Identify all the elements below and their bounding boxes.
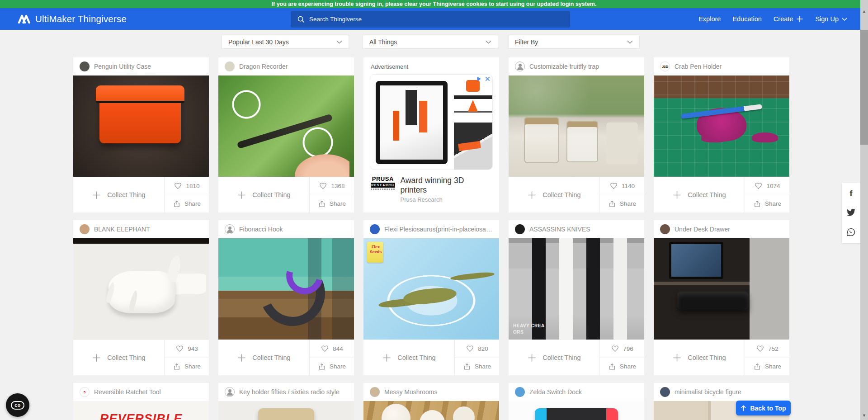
avatar[interactable]: [370, 387, 380, 397]
scrollbar[interactable]: ▲ ▼: [860, 0, 868, 420]
avatar[interactable]: [225, 61, 235, 71]
share-label: Share: [330, 200, 346, 207]
thing-title[interactable]: ASSASSINS KNIVES: [529, 226, 590, 233]
collect-thing-button[interactable]: Collect Thing: [363, 340, 455, 375]
plus-icon: [382, 353, 392, 363]
avatar[interactable]: [80, 61, 90, 71]
avatar[interactable]: 5: [80, 387, 90, 397]
share-button[interactable]: Share: [310, 195, 354, 213]
twitter-icon[interactable]: [846, 208, 856, 217]
photo-text: Flex Seeds: [368, 245, 383, 255]
collect-thing-button[interactable]: Collect Thing: [654, 340, 745, 375]
nav-explore[interactable]: Explore: [698, 15, 721, 23]
share-button[interactable]: Share: [455, 358, 499, 376]
thing-title[interactable]: minimalist bicycle figure: [675, 388, 741, 396]
thing-title[interactable]: Under Desk Drawer: [675, 226, 730, 233]
facebook-icon[interactable]: f: [849, 189, 852, 198]
nav-create[interactable]: Create: [774, 15, 804, 23]
share-button[interactable]: Share: [745, 195, 789, 213]
whatsapp-icon[interactable]: [846, 227, 856, 237]
thing-title[interactable]: BLANK ELEPHANT: [94, 226, 150, 233]
ad-advertiser[interactable]: Prusa Research: [401, 196, 492, 203]
share-button[interactable]: Share: [600, 195, 644, 213]
prusa-research-logo[interactable]: PRUSA RESEARCH: [371, 176, 395, 190]
collect-thing-button[interactable]: Collect Thing: [73, 177, 165, 212]
nav-signup[interactable]: Sign Up: [815, 15, 847, 23]
share-button[interactable]: Share: [600, 358, 644, 376]
avatar[interactable]: [225, 224, 235, 234]
share-button[interactable]: Share: [310, 358, 354, 376]
thing-thumbnail[interactable]: [218, 238, 354, 340]
like-button[interactable]: 796: [600, 340, 644, 358]
ad-headline[interactable]: Award winning 3D printers: [401, 176, 492, 195]
scroll-up-arrow[interactable]: ▲: [860, 9, 868, 14]
collect-thing-button[interactable]: Collect Thing: [509, 177, 600, 212]
avatar[interactable]: [515, 387, 525, 397]
thing-title[interactable]: Fibonacci Hook: [239, 226, 283, 233]
avatar[interactable]: [80, 224, 90, 234]
thing-title[interactable]: Messy Mushrooms: [384, 388, 437, 396]
thing-title[interactable]: Penguin Utility Case: [94, 63, 151, 70]
avatar[interactable]: J3D: [660, 61, 670, 71]
scrollbar-thumb[interactable]: [860, 30, 868, 145]
avatar[interactable]: [515, 61, 525, 71]
thing-thumbnail[interactable]: [218, 76, 354, 177]
collect-thing-label: Collect Thing: [107, 354, 145, 361]
ad-controls: [476, 76, 490, 82]
share-button[interactable]: Share: [165, 195, 209, 213]
thing-thumbnail[interactable]: [509, 401, 644, 420]
scroll-down-arrow[interactable]: ▼: [860, 413, 868, 418]
category-dropdown[interactable]: All Things: [363, 35, 498, 49]
cookie-widget-button[interactable]: co: [6, 393, 29, 417]
collect-thing-button[interactable]: Collect Thing: [509, 340, 600, 375]
collect-thing-button[interactable]: Collect Thing: [218, 177, 310, 212]
thing-thumbnail[interactable]: [509, 76, 644, 177]
back-to-top-button[interactable]: Back to Top: [736, 401, 791, 415]
collect-thing-button[interactable]: Collect Thing: [218, 340, 310, 375]
thing-thumbnail[interactable]: [218, 401, 354, 420]
thing-thumbnail[interactable]: [654, 238, 789, 340]
thing-thumbnail[interactable]: [73, 76, 209, 177]
filter-by-dropdown[interactable]: Filter By: [508, 35, 640, 49]
adchoices-icon[interactable]: [476, 76, 482, 82]
avatar[interactable]: [370, 224, 380, 234]
collect-thing-button[interactable]: Collect Thing: [654, 177, 745, 212]
ad-close-icon[interactable]: [485, 76, 490, 81]
like-button[interactable]: 752: [745, 340, 789, 358]
avatar[interactable]: [660, 387, 670, 397]
prusa-logo-line2: RESEARCH: [371, 183, 395, 188]
thing-title[interactable]: Flexi Plesiosaurus(print-in-placeiosauru…: [384, 226, 493, 233]
like-button[interactable]: 844: [310, 340, 354, 358]
search-bar[interactable]: [291, 11, 570, 28]
thing-thumbnail[interactable]: HEAVY CREA ORS: [509, 238, 644, 340]
thing-thumbnail[interactable]: [73, 238, 209, 340]
thing-thumbnail[interactable]: [654, 76, 789, 177]
share-button[interactable]: Share: [165, 358, 209, 376]
thing-title[interactable]: Key holder fifties / sixties radio style: [239, 388, 340, 396]
ad-unit[interactable]: [370, 74, 493, 170]
thing-thumbnail[interactable]: REVERSIBLE: [73, 401, 209, 420]
like-button[interactable]: 820: [455, 340, 499, 358]
share-button[interactable]: Share: [745, 358, 789, 376]
sort-dropdown[interactable]: Popular Last 30 Days: [222, 35, 349, 49]
thing-thumbnail[interactable]: Flex Seeds: [363, 238, 499, 340]
collect-thing-button[interactable]: Collect Thing: [73, 340, 165, 375]
avatar[interactable]: [515, 224, 525, 234]
back-to-top-label: Back to Top: [750, 405, 786, 412]
like-button[interactable]: 1074: [745, 177, 789, 195]
avatar[interactable]: [660, 224, 670, 234]
like-button[interactable]: 1810: [165, 177, 209, 195]
like-button[interactable]: 1140: [600, 177, 644, 195]
like-button[interactable]: 1368: [310, 177, 354, 195]
avatar[interactable]: [225, 387, 235, 397]
thing-title[interactable]: Reversible Ratchet Tool: [94, 388, 161, 396]
brand-logo[interactable]: UltiMaker Thingiverse: [17, 14, 127, 24]
thing-title[interactable]: Crab Pen Holder: [675, 63, 722, 70]
nav-education[interactable]: Education: [732, 15, 762, 23]
like-button[interactable]: 943: [165, 340, 209, 358]
thing-title[interactable]: Dragon Recorder: [239, 63, 288, 70]
thing-thumbnail[interactable]: [363, 401, 499, 420]
thing-title[interactable]: Customizable fruitfly trap: [529, 63, 599, 70]
search-input[interactable]: [309, 16, 564, 23]
thing-title[interactable]: Zelda Switch Dock: [529, 388, 582, 396]
